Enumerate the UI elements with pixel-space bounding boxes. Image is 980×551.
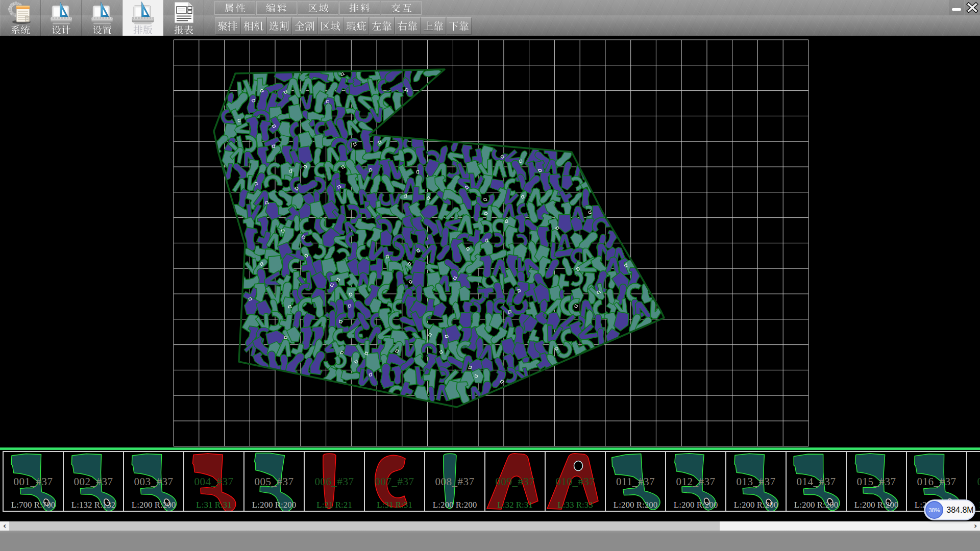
- part-cell-004_#37[interactable]: 004_#37 L:31 R:31: [183, 451, 244, 512]
- part-name: 006_#37: [305, 475, 364, 488]
- part-name: 016_#37: [907, 475, 966, 488]
- part-quantity: L:32 R:31: [485, 500, 545, 510]
- part-cell-012_#37[interactable]: 012_#37 L:200 R:200: [665, 451, 726, 512]
- part-name: 001_#37: [4, 475, 63, 488]
- app-button-label: [11, 24, 30, 35]
- part-quantity: L:132 R:132: [64, 500, 123, 510]
- menu-tab-bar: [214, 1, 423, 15]
- part-quantity: L:700 R:700: [4, 500, 63, 510]
- part-cell-002_#37[interactable]: 002_#37 L:132 R:132: [63, 451, 124, 512]
- tool-button-select-cut[interactable]: [267, 17, 292, 34]
- part-quantity: L:200 R:200: [425, 500, 484, 510]
- part-quantity: L:200 R:200: [787, 500, 846, 510]
- part-cell-006_#37[interactable]: 006_#37 L:21 R:21: [304, 451, 365, 512]
- app-button-label: [133, 24, 153, 35]
- memory-overlay-badge[interactable]: 38% 384.8M: [924, 499, 975, 520]
- part-name: 017_#37: [967, 475, 980, 488]
- set-square-icon: [131, 2, 155, 24]
- app-button-settings[interactable]: [82, 0, 122, 36]
- parts-strip: 001_#37 L:700 R:700 002_#37 L:132 R:132 …: [0, 450, 980, 521]
- report-icon: [172, 2, 195, 24]
- part-cell-010_#37[interactable]: 010_#37 L:33 R:33: [545, 451, 606, 512]
- part-cell-013_#37[interactable]: 013_#37 L:200 R:200: [725, 451, 787, 512]
- app-button-label: [92, 24, 112, 35]
- part-quantity: L:200 R:200: [124, 500, 183, 510]
- status-bar: [0, 531, 980, 551]
- part-cell-003_#37[interactable]: 003_#37 L:200 R:200: [123, 451, 184, 512]
- part-quantity: L:33 R:33: [546, 500, 605, 510]
- part-quantity: L:31 R:31: [184, 500, 243, 510]
- nest-canvas[interactable]: [0, 36, 980, 448]
- tool-button-defect[interactable]: [344, 17, 369, 34]
- part-name: 002_#37: [64, 475, 123, 488]
- part-cell-009_#37[interactable]: 009_#37 L:32 R:31: [484, 451, 546, 512]
- part-cell-001_#37[interactable]: 001_#37 L:700 R:700: [3, 451, 64, 512]
- part-name: 010_#37: [546, 475, 605, 488]
- part-name: 014_#37: [787, 475, 846, 488]
- parts-scrollbar[interactable]: ‹ ›: [0, 521, 980, 531]
- part-name: 004_#37: [184, 475, 243, 488]
- tool-button-snap-left[interactable]: [370, 17, 395, 34]
- part-cell-008_#37[interactable]: 008_#37 L:200 R:200: [424, 451, 485, 512]
- part-cell-005_#37[interactable]: 005_#37 L:200 R:200: [243, 451, 305, 512]
- set-square-icon: [50, 2, 73, 24]
- tool-button-cut-all[interactable]: [292, 17, 317, 34]
- part-quantity: L:200 R:200: [666, 500, 725, 510]
- menu-tab-region[interactable]: [298, 1, 338, 15]
- part-quantity: L:200 R:200: [847, 500, 906, 510]
- app-button-report[interactable]: [163, 0, 204, 36]
- app-button-design[interactable]: [41, 0, 82, 36]
- tool-button-snap-down[interactable]: [447, 17, 472, 34]
- part-quantity: L:31 R:31: [365, 500, 424, 510]
- nest-canvas-svg: [0, 36, 980, 448]
- app-button-bar: [0, 0, 208, 36]
- part-name: 007_#37: [365, 475, 424, 488]
- close-icon: [966, 1, 979, 14]
- nested-pieces: [210, 58, 667, 405]
- menu-tab-nest[interactable]: [339, 1, 380, 15]
- part-cell-011_#37[interactable]: 011_#37 L:200 R:200: [605, 451, 666, 512]
- scrollbar-thumb[interactable]: [9, 521, 720, 531]
- app-button-label: [52, 24, 71, 35]
- part-name: 003_#37: [124, 475, 183, 488]
- part-cell-007_#37[interactable]: 007_#37 L:31 R:31: [364, 451, 425, 512]
- menu-tab-properties[interactable]: [214, 1, 255, 15]
- part-name: 009_#37: [485, 475, 545, 488]
- tool-button-bar: [215, 17, 472, 34]
- nesting-cam-app: 001_#37 L:700 R:700 002_#37 L:132 R:132 …: [0, 0, 980, 551]
- part-quantity: L:200 R:200: [606, 500, 665, 510]
- part-cell-014_#37[interactable]: 014_#37 L:200 R:200: [786, 451, 847, 512]
- close-button[interactable]: [965, 0, 980, 15]
- minimize-button[interactable]: [949, 0, 964, 15]
- menu-tab-interact[interactable]: [381, 1, 422, 15]
- menu-area: [208, 0, 980, 36]
- part-name: 015_#37: [847, 475, 906, 488]
- part-name: 011_#37: [606, 475, 665, 488]
- gear-notebook-icon: [8, 2, 33, 24]
- part-name: 008_#37: [425, 475, 484, 488]
- app-button-system[interactable]: [0, 0, 41, 36]
- set-square-icon: [90, 2, 114, 24]
- scrollbar-left-arrow-icon[interactable]: ‹: [0, 521, 9, 531]
- app-button-label: [174, 24, 193, 35]
- part-name: 005_#37: [244, 475, 304, 488]
- window-controls: [948, 0, 980, 15]
- minimize-icon: [950, 2, 963, 14]
- tool-button-snap-right[interactable]: [395, 17, 420, 34]
- tool-button-camera[interactable]: [241, 17, 266, 34]
- scrollbar-right-arrow-icon[interactable]: ›: [971, 521, 980, 531]
- part-name: 012_#37: [666, 475, 725, 488]
- part-quantity: L:200 R:200: [244, 500, 304, 510]
- part-quantity: L:200 R:200: [726, 500, 786, 510]
- memory-value: 384.8M: [945, 500, 975, 519]
- tool-button-area[interactable]: [318, 17, 343, 34]
- percent-badge: 38%: [925, 501, 943, 519]
- tool-button-snap-up[interactable]: [421, 17, 446, 34]
- part-quantity: L:21 R:21: [305, 500, 364, 510]
- part-cell-015_#37[interactable]: 015_#37 L:200 R:200: [846, 451, 907, 512]
- menu-tab-edit[interactable]: [256, 1, 297, 15]
- tool-button-cluster-nest[interactable]: [215, 17, 240, 34]
- app-button-nesting[interactable]: [122, 0, 163, 36]
- part-name: 013_#37: [726, 475, 786, 488]
- toolbar: [0, 0, 980, 36]
